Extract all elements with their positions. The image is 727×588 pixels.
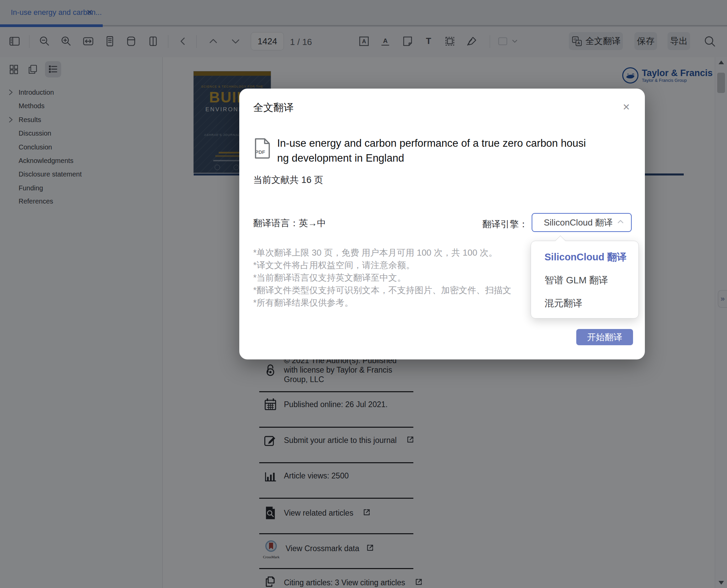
chevron-up-icon — [616, 217, 625, 228]
engine-option-zhipu-glm[interactable]: 智谱 GLM 翻译 — [544, 273, 608, 288]
engine-select-value: SiliconCloud 翻译 — [544, 217, 613, 229]
note-line: *当前翻译语言仅支持英文翻译至中文。 — [253, 272, 511, 284]
translation-notes: *单次翻译上限 30 页，免费 用户本月可用 100 次，共 100 次。 *译… — [253, 247, 511, 309]
pdf-reader-window: In-use energy and carbon... ✕ — [0, 0, 727, 588]
document-title-line2: ng development in England — [277, 151, 636, 166]
document-title: In-use energy and carbon performance of … — [277, 136, 636, 166]
translation-engine-label: 翻译引擎： — [482, 218, 528, 230]
svg-text:PDF: PDF — [255, 149, 265, 155]
page-count-text: 当前文献共 16 页 — [253, 174, 323, 186]
engine-option-hunyuan[interactable]: 混元翻译 — [544, 296, 582, 311]
engine-select[interactable]: SiliconCloud 翻译 — [532, 213, 632, 232]
engine-option-siliconcloud[interactable]: SiliconCloud 翻译 — [544, 250, 627, 265]
note-line: *译文文件将占用权益空间，请注意余额。 — [253, 259, 511, 272]
note-line: *所有翻译结果仅供参考。 — [253, 296, 511, 309]
full-text-translation-dialog: 全文翻译 ✕ PDF In-use energy and carbon perf… — [239, 89, 645, 359]
document-title-line1: In-use energy and carbon performance of … — [277, 136, 636, 151]
note-line: *翻译文件类型仅支持可识别文本，不支持图片、加密文件、扫描文 — [253, 284, 511, 296]
dropdown-notch — [555, 235, 565, 246]
engine-dropdown-menu: SiliconCloud 翻译 智谱 GLM 翻译 混元翻译 — [531, 241, 639, 318]
note-line: *单次翻译上限 30 页，免费 用户本月可用 100 次，共 100 次。 — [253, 247, 511, 259]
pdf-file-icon: PDF — [253, 137, 271, 161]
dialog-close-icon[interactable]: ✕ — [619, 99, 634, 115]
dialog-title: 全文翻译 — [253, 101, 294, 114]
start-translation-button[interactable]: 开始翻译 — [576, 329, 633, 345]
translation-language-text: 翻译语言：英→中 — [253, 217, 326, 229]
